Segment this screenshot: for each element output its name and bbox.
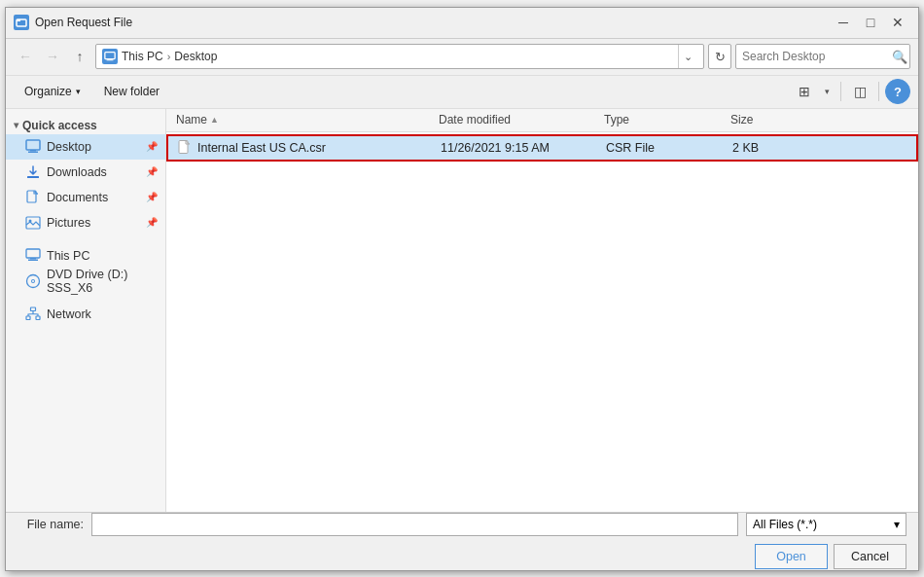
svg-rect-19	[31, 307, 36, 311]
refresh-button[interactable]: ↻	[708, 44, 731, 69]
file-panel: Name ▲ Date modified Type Size	[166, 109, 918, 512]
new-folder-label: New folder	[104, 85, 160, 98]
view-arrow-button[interactable]: ▾	[819, 79, 835, 104]
svg-rect-22	[179, 140, 188, 153]
search-bar: 🔍	[735, 44, 910, 69]
search-icon: 🔍	[892, 50, 907, 64]
file-type: CSR File	[606, 141, 655, 155]
documents-icon	[25, 190, 41, 205]
filename-input[interactable]	[91, 513, 738, 536]
svg-rect-5	[26, 140, 40, 150]
sidebar-item-documents[interactable]: Documents 📌	[6, 185, 165, 210]
file-size: 2 KB	[732, 141, 759, 155]
file-name: Internal East US CA.csr	[197, 141, 326, 155]
network-icon	[25, 307, 41, 322]
open-label: Open	[776, 550, 806, 563]
file-date: 11/26/2021 9:15 AM	[441, 141, 550, 155]
organize-arrow-icon: ▾	[76, 87, 81, 96]
svg-rect-8	[27, 176, 39, 178]
breadcrumb-pc-icon	[102, 49, 118, 64]
toolbar: Organize ▾ New folder ⊞ ▾ ◫ ?	[6, 76, 918, 109]
documents-label: Documents	[47, 191, 108, 204]
svg-rect-4	[107, 59, 114, 60]
breadcrumb-location: Desktop	[174, 50, 217, 63]
downloads-label: Downloads	[47, 165, 107, 179]
column-headers: Name ▲ Date modified Type Size	[166, 109, 918, 132]
breadcrumb-pc-label: This PC	[122, 50, 163, 63]
desktop-label: Desktop	[47, 140, 91, 154]
dvd-label: DVD Drive (D:) SSS_X6	[47, 268, 158, 295]
cancel-label: Cancel	[851, 550, 889, 563]
table-row[interactable]: Internal East US CA.csr 11/26/2021 9:15 …	[166, 134, 918, 162]
thispc-icon	[25, 248, 41, 264]
svg-rect-3	[107, 59, 112, 60]
column-header-name[interactable]: Name ▲	[170, 109, 433, 131]
documents-pin-icon: 📌	[146, 192, 158, 202]
cancel-button[interactable]: Cancel	[834, 544, 906, 569]
pane-icon: ◫	[854, 84, 867, 99]
downloads-pin-icon: 📌	[146, 166, 158, 177]
file-icon	[178, 140, 192, 156]
pane-button[interactable]: ◫	[847, 79, 872, 104]
column-header-date[interactable]: Date modified	[433, 109, 598, 131]
dialog-icon	[14, 15, 29, 30]
filename-row: File name: All Files (*.*) ▾	[18, 513, 906, 536]
organize-button[interactable]: Organize ▾	[14, 79, 91, 104]
quick-access-expand-icon: ▾	[14, 120, 18, 130]
nav-bar: ← → ↑ This PC › Desktop ⌄ ↻ 🔍	[6, 39, 918, 76]
desktop-icon	[25, 139, 41, 155]
column-header-type[interactable]: Type	[598, 109, 725, 131]
search-input[interactable]	[742, 50, 888, 63]
close-button[interactable]: ✕	[885, 12, 910, 33]
pictures-label: Pictures	[47, 216, 90, 230]
sort-icon: ▲	[210, 115, 219, 125]
svg-rect-21	[36, 316, 40, 320]
col-date-label: Date modified	[439, 113, 511, 126]
open-button[interactable]: Open	[755, 544, 828, 569]
minimize-button[interactable]: ─	[831, 12, 856, 33]
svg-point-18	[32, 280, 34, 282]
view-arrow-icon: ▾	[825, 87, 830, 96]
forward-button[interactable]: →	[41, 45, 64, 68]
filetype-select[interactable]: All Files (*.*) ▾	[746, 513, 906, 536]
view-options-button[interactable]: ⊞	[792, 79, 817, 104]
sidebar-item-downloads[interactable]: Downloads 📌	[6, 160, 165, 185]
dvd-icon	[25, 273, 41, 289]
thispc-label: This PC	[47, 249, 89, 263]
breadcrumb-bar[interactable]: This PC › Desktop ⌄	[95, 44, 704, 69]
svg-rect-20	[26, 316, 30, 320]
help-button[interactable]: ?	[885, 79, 910, 104]
action-row: Open Cancel	[18, 544, 906, 569]
file-date-cell: 11/26/2021 9:15 AM	[435, 141, 600, 155]
quick-access-label: Quick access	[22, 119, 97, 132]
main-content: ▾ Quick access Desktop 📌 Downloads 📌	[6, 109, 918, 512]
up-button[interactable]: ↑	[68, 45, 91, 68]
sidebar-item-network[interactable]: Network	[6, 302, 165, 327]
column-header-size[interactable]: Size	[725, 109, 802, 131]
svg-rect-13	[26, 249, 40, 258]
maximize-button[interactable]: □	[858, 12, 883, 33]
svg-rect-9	[27, 191, 36, 202]
file-type-cell: CSR File	[600, 141, 727, 155]
sidebar-item-desktop[interactable]: Desktop 📌	[6, 134, 165, 160]
view-icon: ⊞	[799, 84, 810, 99]
toolbar-divider-2	[878, 82, 879, 101]
back-button[interactable]: ←	[14, 45, 37, 68]
file-size-cell: 2 KB	[727, 141, 804, 155]
svg-rect-1	[17, 19, 20, 21]
sidebar-item-dvd[interactable]: DVD Drive (D:) SSS_X6	[6, 269, 165, 294]
bottom-bar: File name: All Files (*.*) ▾ Open Cancel	[6, 512, 918, 570]
pictures-icon	[25, 215, 41, 231]
breadcrumb-separator-1: ›	[167, 51, 171, 62]
downloads-icon	[25, 164, 41, 180]
file-name-cell: Internal East US CA.csr	[172, 140, 435, 156]
col-type-label: Type	[604, 113, 629, 126]
breadcrumb-dropdown[interactable]: ⌄	[678, 45, 697, 68]
sidebar-item-thispc[interactable]: This PC	[6, 243, 165, 269]
svg-rect-10	[37, 194, 39, 202]
network-label: Network	[47, 307, 91, 321]
title-bar: Open Request File ─ □ ✕	[6, 8, 918, 39]
desktop-pin-icon: 📌	[146, 141, 158, 152]
new-folder-button[interactable]: New folder	[93, 79, 170, 104]
sidebar-item-pictures[interactable]: Pictures 📌	[6, 210, 165, 235]
